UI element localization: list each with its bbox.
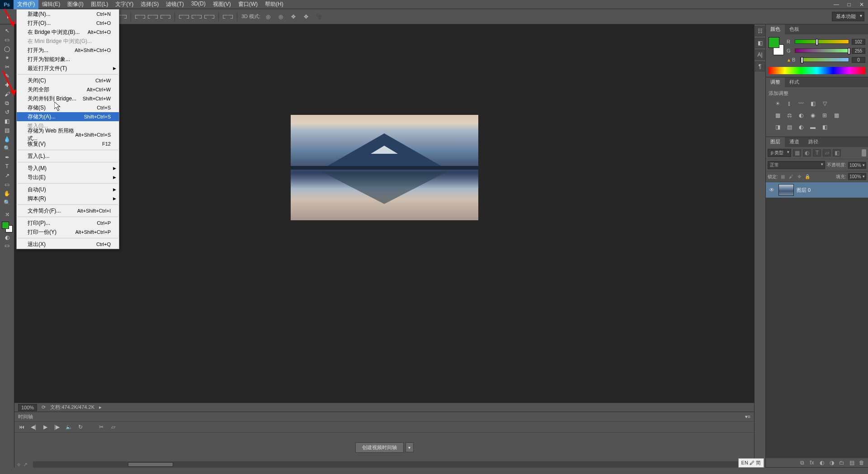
menu-select[interactable]: 选择(S) bbox=[137, 0, 162, 9]
menu-item[interactable]: 导出(E)▶ bbox=[17, 173, 119, 182]
menu-window[interactable]: 窗口(W) bbox=[235, 0, 261, 9]
g-value[interactable]: 255 bbox=[852, 48, 865, 54]
tab-adjustments[interactable]: 调整 bbox=[766, 77, 785, 87]
r-value[interactable]: 102 bbox=[852, 39, 865, 45]
heal-tool[interactable]: ✚ bbox=[1, 81, 13, 90]
layer-filter-kind[interactable]: p 类型 bbox=[768, 149, 791, 157]
timeline-scrollbar[interactable] bbox=[128, 462, 173, 467]
menu-item[interactable]: 打印一份(Y)Alt+Shift+Ctrl+P bbox=[17, 228, 119, 237]
distribute-2-icon[interactable]: ⫍⫎ bbox=[148, 12, 158, 22]
adj-photofilter-icon[interactable]: ◉ bbox=[808, 111, 817, 119]
adj-exposure-icon[interactable]: ◧ bbox=[808, 100, 817, 108]
menu-item[interactable]: 新建(N)...Ctrl+N bbox=[17, 9, 119, 19]
screen-mode-icon[interactable]: ▭ bbox=[2, 242, 12, 249]
adj-threshold-icon[interactable]: ◐ bbox=[797, 123, 806, 131]
refresh-icon[interactable]: ⟳ bbox=[42, 404, 46, 410]
adj-invert-icon[interactable]: ◨ bbox=[773, 123, 782, 131]
tl-next-frame-icon[interactable]: |▶ bbox=[53, 423, 61, 431]
timeline-menu-icon[interactable]: ▾≡ bbox=[745, 414, 750, 420]
lock-pixels-icon[interactable]: 🖌 bbox=[788, 174, 794, 180]
adj-curves-icon[interactable]: 〰 bbox=[797, 100, 806, 108]
lasso-tool[interactable]: ◯ bbox=[1, 44, 13, 53]
layer-fx-icon[interactable]: fx bbox=[808, 459, 816, 466]
adj-colorbalance-icon[interactable]: ⚖ bbox=[785, 111, 794, 119]
menu-filter[interactable]: 滤镜(T) bbox=[162, 0, 187, 9]
menu-item[interactable]: 自动(U)▶ bbox=[17, 185, 119, 194]
menu-3d[interactable]: 3D(D) bbox=[188, 0, 209, 9]
type-tool[interactable]: T bbox=[1, 162, 13, 171]
blend-mode-select[interactable]: 正常 bbox=[768, 161, 825, 169]
menu-file[interactable]: 文件(F) bbox=[14, 0, 38, 9]
tl-loop-icon[interactable]: ↻ bbox=[77, 423, 84, 431]
adj-selective-icon[interactable]: ◧ bbox=[820, 123, 829, 131]
blur-tool[interactable]: 💧 bbox=[1, 135, 13, 144]
pen-tool[interactable]: ✒ bbox=[1, 153, 13, 162]
color-fg-swatch[interactable] bbox=[769, 37, 779, 48]
collapsed-character-icon[interactable]: A| bbox=[755, 50, 765, 60]
color-swatches[interactable] bbox=[2, 222, 13, 232]
layer-thumbnail[interactable] bbox=[778, 184, 794, 196]
minimize-button[interactable]: — bbox=[830, 0, 843, 9]
filter-shape-icon[interactable]: ▱ bbox=[823, 149, 831, 156]
r-slider[interactable] bbox=[795, 39, 849, 44]
new-group-icon[interactable]: 🗀 bbox=[838, 459, 845, 466]
document-image[interactable] bbox=[291, 115, 478, 220]
menu-item[interactable]: 在 Bridge 中浏览(B)...Alt+Ctrl+O bbox=[17, 28, 119, 37]
filter-smart-icon[interactable]: ◧ bbox=[833, 149, 841, 156]
adj-channelmixer-icon[interactable]: ⊞ bbox=[820, 111, 829, 119]
3d-zoom-icon[interactable]: 🎥 bbox=[314, 12, 324, 22]
menu-item[interactable]: 脚本(R)▶ bbox=[17, 194, 119, 203]
menu-item[interactable]: 打印(P)...Ctrl+P bbox=[17, 218, 119, 228]
quick-select-tool[interactable]: ✴ bbox=[1, 53, 13, 62]
menu-item[interactable]: 关闭(C)Ctrl+W bbox=[17, 76, 119, 85]
adj-colorlookup-icon[interactable]: ▦ bbox=[832, 111, 841, 119]
lock-transparency-icon[interactable]: ▦ bbox=[780, 174, 786, 180]
tool-preset-icon[interactable]: ▸ bbox=[4, 12, 14, 22]
create-timeline-dropdown[interactable]: ▾ bbox=[406, 442, 414, 452]
color-spectrum[interactable] bbox=[769, 67, 865, 74]
maximize-button[interactable]: □ bbox=[843, 0, 855, 9]
menu-item[interactable]: 置入(L)... bbox=[17, 152, 119, 161]
adj-levels-icon[interactable]: ⫿ bbox=[785, 100, 794, 108]
tl-footer-icon-2[interactable]: ↗ bbox=[23, 461, 28, 468]
doc-info-arrow-icon[interactable]: ▸ bbox=[99, 404, 102, 410]
menu-item[interactable]: 退出(X)Ctrl+Q bbox=[17, 240, 119, 249]
create-video-timeline-button[interactable]: 创建视频时间轴 bbox=[355, 442, 404, 453]
filter-type-icon[interactable]: T bbox=[813, 149, 821, 156]
3d-slide-icon[interactable]: ✥ bbox=[301, 12, 311, 22]
tab-styles[interactable]: 样式 bbox=[785, 77, 804, 87]
g-slider[interactable] bbox=[795, 48, 849, 53]
tl-transition-icon[interactable]: ▱ bbox=[109, 423, 117, 431]
menu-view[interactable]: 视图(V) bbox=[209, 0, 235, 9]
adj-hue-icon[interactable]: ▦ bbox=[773, 111, 782, 119]
distribute-4-icon[interactable]: ⫍⫎ bbox=[179, 12, 189, 22]
filter-toggle[interactable] bbox=[862, 149, 866, 156]
new-fill-adj-icon[interactable]: ◑ bbox=[828, 459, 835, 466]
dodge-tool[interactable]: 🔍 bbox=[1, 144, 13, 153]
color-preview[interactable] bbox=[769, 37, 784, 55]
tl-footer-icon-1[interactable]: ⎆ bbox=[17, 461, 20, 468]
menu-item[interactable]: 打开(O)...Ctrl+O bbox=[17, 19, 119, 28]
layer-mask-icon[interactable]: ◐ bbox=[818, 459, 826, 466]
adj-gradmap-icon[interactable]: ▬ bbox=[808, 123, 817, 131]
3d-pan-icon[interactable]: ✥ bbox=[288, 12, 298, 22]
layer-list[interactable]: 👁 图层 0 bbox=[766, 182, 868, 458]
menu-item[interactable]: 打开为智能对象... bbox=[17, 55, 119, 64]
move-tool[interactable]: ↖ bbox=[1, 26, 13, 35]
arrange-icon[interactable]: ⫍⫎ bbox=[223, 12, 233, 22]
delete-layer-icon[interactable]: 🗑 bbox=[858, 459, 865, 466]
menu-layer[interactable]: 图层(L) bbox=[87, 0, 112, 9]
tab-channels[interactable]: 通道 bbox=[785, 137, 804, 147]
gradient-tool[interactable]: ▤ bbox=[1, 126, 13, 135]
eyedropper-tool[interactable]: ✎ bbox=[1, 71, 13, 81]
menu-edit[interactable]: 编辑(E) bbox=[38, 0, 64, 9]
tl-play-icon[interactable]: ▶ bbox=[42, 423, 49, 431]
menu-item[interactable]: 恢复(V)F12 bbox=[17, 139, 119, 148]
marquee-tool[interactable]: ▭ bbox=[1, 35, 13, 44]
distribute-3-icon[interactable]: ⫍⫎ bbox=[160, 12, 170, 22]
swap-colors-icon[interactable]: ⤭ bbox=[1, 210, 13, 219]
shape-tool[interactable]: ▭ bbox=[1, 180, 13, 189]
fill-value[interactable]: 100% bbox=[848, 173, 866, 180]
stamp-tool[interactable]: ⧉ bbox=[1, 99, 13, 108]
tab-color[interactable]: 颜色 bbox=[766, 24, 785, 34]
